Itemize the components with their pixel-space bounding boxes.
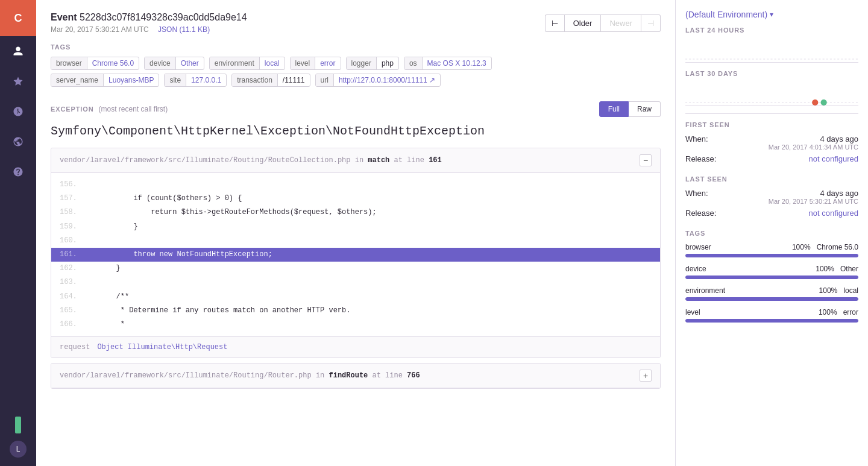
- event-date: Mar 20, 2017 5:30:21 AM UTC: [51, 25, 149, 34]
- code-text-164: /**: [81, 291, 129, 303]
- tag-device: device Other: [144, 57, 204, 70]
- tag-device-val[interactable]: Other: [176, 57, 204, 69]
- tag-bar-level-value: error: [843, 308, 858, 316]
- event-meta: Mar 20, 2017 5:30:21 AM UTC JSON (11.1 K…: [51, 25, 247, 34]
- first-seen-release-val[interactable]: not configured: [809, 154, 858, 163]
- tag-bar-device-track: [685, 276, 858, 279]
- tag-bar-env-header: environment 100% local: [685, 286, 858, 295]
- nav-newer-button[interactable]: Newer: [601, 14, 641, 32]
- sidebar-logo[interactable]: C: [0, 0, 36, 36]
- tag-bar-level-name: level: [685, 308, 700, 316]
- tag-os-val[interactable]: Mac OS X 10.12.3: [423, 57, 491, 69]
- sidebar: C L: [0, 0, 36, 466]
- chart1-label: LAST 24 HOURS: [685, 27, 858, 34]
- tags-row-1: browser Chrome 56.0 device Other environ…: [51, 57, 661, 70]
- tag-transaction: transaction /11111: [231, 74, 310, 87]
- frame-2-expand-button[interactable]: +: [640, 370, 652, 382]
- code-line-161: 161. throw new NotFoundHttpException;: [51, 248, 660, 262]
- tags-label: TAGS: [51, 43, 661, 51]
- sidebar-item-user[interactable]: [0, 36, 36, 66]
- tag-bar-browser-info: 100% Chrome 56.0: [792, 243, 858, 251]
- tags-panel: Tags browser 100% Chrome 56.0 device 100…: [685, 230, 858, 323]
- tag-bar-browser-value: Chrome 56.0: [817, 243, 858, 251]
- frame-1-header: vendor/laravel/framework/src/Illuminate/…: [51, 148, 660, 173]
- frame-1-at: at line: [394, 156, 429, 165]
- exception-title-row: EXCEPTION (most recent call first): [51, 105, 168, 113]
- nav-older-button[interactable]: Older: [564, 14, 602, 32]
- tag-browser: browser Chrome 56.0: [51, 57, 139, 70]
- toggle-raw-button[interactable]: Raw: [629, 101, 661, 117]
- sidebar-item-star[interactable]: [0, 66, 36, 96]
- code-line-160: 160.: [51, 234, 660, 248]
- tag-bar-env-name: environment: [685, 286, 725, 295]
- tag-bar-level-header: level 100% error: [685, 308, 858, 316]
- last-seen-when-key: When:: [685, 189, 708, 205]
- code-line-164: 164. /**: [51, 290, 660, 304]
- status-indicator: [15, 417, 21, 433]
- nav-first-button[interactable]: ⊢: [545, 14, 564, 32]
- sidebar-item-globe[interactable]: [0, 127, 36, 157]
- last-seen-release-row: Release: not configured: [685, 209, 858, 218]
- tag-bar-level-info: 100% error: [819, 308, 858, 316]
- event-header: Event 5228d3c07f8149328c39ac0dd5da9e14 M…: [51, 12, 661, 34]
- stack-frame-2: vendor/laravel/framework/src/Illuminate/…: [51, 363, 661, 389]
- nav-last-button[interactable]: ⊣: [641, 14, 661, 32]
- tag-level-val[interactable]: error: [315, 57, 340, 69]
- tag-site-val[interactable]: 127.0.0.1: [186, 74, 226, 86]
- chart-30d: [685, 82, 858, 106]
- line-num-163: 163.: [60, 277, 81, 288]
- last-seen-section: LAST SEEN When: 4 days ago Mar 20, 2017 …: [685, 175, 858, 218]
- tag-browser-val[interactable]: Chrome 56.0: [87, 57, 139, 69]
- svg-point-3: [820, 99, 826, 105]
- line-num-159: 159.: [60, 221, 81, 233]
- tags-row-2: server_name Luoyans-MBP site 127.0.0.1 t…: [51, 74, 661, 87]
- tag-url-key: url: [316, 74, 334, 86]
- frame-1-var-value[interactable]: Object Illuminate\Http\Request: [97, 343, 227, 351]
- tag-bar-level-percent: 100%: [819, 308, 837, 316]
- tag-bar-browser: browser 100% Chrome 56.0: [685, 243, 858, 257]
- frame-2-path: vendor/laravel/framework/src/Illuminate/…: [60, 371, 420, 380]
- frame-1-path: vendor/laravel/framework/src/Illuminate/…: [60, 156, 442, 165]
- tag-bar-browser-name: browser: [685, 243, 711, 251]
- tag-bar-device-fill: [685, 276, 858, 279]
- tag-bar-browser-track: [685, 254, 858, 257]
- event-json-link[interactable]: JSON (11.1 KB): [158, 25, 210, 34]
- last-seen-when-date: Mar 20, 2017 5:30:21 AM UTC: [769, 198, 858, 205]
- code-line-158: 158. return $this->getRouteForMethods($r…: [51, 206, 660, 219]
- tags-panel-title: Tags: [685, 230, 858, 237]
- tag-bar-browser-percent: 100%: [792, 243, 811, 251]
- frame-1-in: in: [355, 156, 368, 165]
- tag-server-name: server_name Luoyans-MBP: [51, 74, 159, 87]
- tag-bar-env-value: local: [843, 286, 858, 295]
- first-seen-when-key: When:: [685, 134, 708, 151]
- tag-env-val[interactable]: local: [260, 57, 285, 69]
- event-nav: ⊢ Older Newer ⊣: [545, 14, 661, 32]
- last-seen-when-row: When: 4 days ago Mar 20, 2017 5:30:21 AM…: [685, 189, 858, 205]
- last-seen-title: LAST SEEN: [685, 175, 858, 183]
- line-num-158: 158.: [60, 207, 81, 218]
- frame-1-collapse-button[interactable]: −: [640, 154, 652, 166]
- tag-browser-key: browser: [51, 57, 87, 69]
- tag-url-val[interactable]: http://127.0.0.1:8000/11111 ↗: [334, 74, 440, 86]
- tag-bar-level-track: [685, 319, 858, 323]
- first-seen-release-row: Release: not configured: [685, 154, 858, 163]
- last-seen-when-val: 4 days ago: [769, 189, 858, 198]
- tag-bar-level: level 100% error: [685, 308, 858, 323]
- last-seen-release-val[interactable]: not configured: [809, 209, 858, 218]
- tag-server-val[interactable]: Luoyans-MBP: [104, 74, 159, 86]
- sidebar-item-help[interactable]: [0, 157, 36, 187]
- sidebar-item-history[interactable]: [0, 96, 36, 127]
- tag-site: site 127.0.0.1: [164, 74, 227, 87]
- tag-logger-val: php: [377, 57, 398, 69]
- exception-label: EXCEPTION: [51, 105, 94, 113]
- frame-1-func: match: [368, 156, 389, 165]
- line-num-164: 164.: [60, 291, 81, 303]
- tag-bar-device-percent: 100%: [816, 265, 834, 273]
- tag-bar-level-fill: [685, 319, 858, 323]
- tag-bar-browser-fill: [685, 254, 858, 257]
- frame-2-filepath: vendor/laravel/framework/src/Illuminate/…: [60, 371, 312, 380]
- toggle-full-button[interactable]: Full: [599, 101, 629, 117]
- env-selector[interactable]: (Default Environment): [685, 10, 858, 19]
- tag-bar-device-header: device 100% Other: [685, 265, 858, 273]
- avatar[interactable]: L: [10, 441, 27, 458]
